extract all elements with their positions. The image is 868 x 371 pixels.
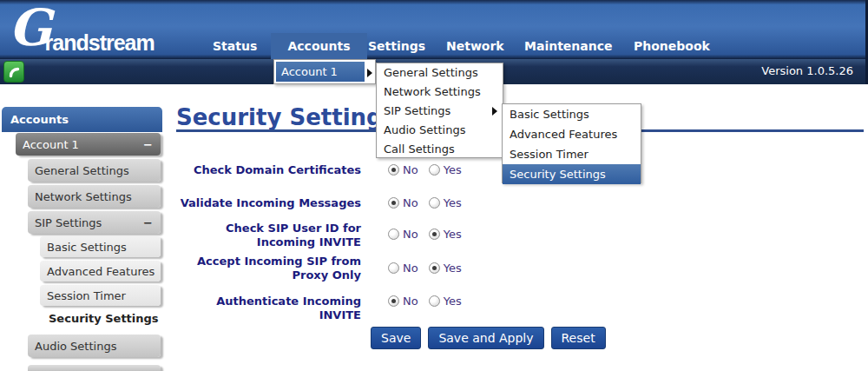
radio-label-no: No — [403, 295, 418, 308]
sidebar-item-label: Audio Settings — [35, 340, 116, 353]
version-label: Version 1.0.5.26 — [761, 64, 853, 77]
page-title: Security Settings — [176, 104, 396, 130]
field-label-check-domain-certificates: Check Domain Certificates — [176, 163, 361, 177]
nav-status[interactable]: Status — [213, 39, 257, 53]
radio-group-authenticate-incoming-invite: No Yes — [388, 295, 462, 308]
sidebar-item-account-1[interactable]: Account 1 − — [16, 133, 161, 156]
sidebar-header-accounts[interactable]: Accounts — [2, 107, 162, 132]
reset-button[interactable]: Reset — [551, 327, 606, 349]
menu-item-basic-settings[interactable]: Basic Settings — [503, 104, 641, 124]
logo-text: randstream — [45, 30, 155, 55]
sidebar-item-security-settings-active[interactable]: Security Settings — [49, 312, 159, 325]
submenu-arrow-icon — [492, 107, 497, 116]
sidebar-item-label: Advanced Features — [47, 265, 155, 278]
radio-label-yes: Yes — [444, 228, 462, 241]
radio-yes[interactable] — [429, 229, 440, 240]
radio-label-yes: Yes — [444, 163, 462, 176]
radio-label-no: No — [403, 163, 418, 176]
nav-maintenance[interactable]: Maintenance — [524, 39, 613, 53]
radio-no[interactable] — [388, 295, 399, 307]
radio-yes[interactable] — [429, 262, 440, 274]
radio-label-no: No — [403, 196, 418, 209]
sidebar-item-label: Account 1 — [23, 138, 79, 151]
nav-network[interactable]: Network — [446, 39, 504, 53]
sidebar-item-label: Basic Settings — [47, 241, 127, 254]
radio-no[interactable] — [388, 229, 399, 240]
sidebar-item-label: SIP Settings — [35, 216, 102, 229]
radio-group-validate-incoming-messages: No Yes — [388, 196, 462, 209]
submenu-arrow-icon — [367, 69, 372, 77]
phone-icon[interactable] — [3, 61, 24, 83]
sidebar-item-label: Session Timer — [47, 289, 126, 302]
sip-settings-submenu: Basic Settings Advanced Features Session… — [502, 103, 641, 183]
sidebar-item-partial[interactable] — [28, 365, 161, 371]
radio-label-yes: Yes — [444, 295, 462, 308]
grandstream-logo: Grandstream — [9, 2, 155, 56]
menu-item-audio-settings[interactable]: Audio Settings — [377, 121, 503, 140]
collapse-minus-icon[interactable]: − — [143, 138, 153, 151]
radio-no[interactable] — [388, 262, 399, 274]
radio-label-no: No — [403, 228, 418, 241]
account-1-submenu: General Settings Network Settings SIP Se… — [376, 63, 503, 158]
field-label-accept-incoming-sip: Accept Incoming SIP from Proxy Only — [176, 255, 361, 282]
nav-accounts-label: Accounts — [271, 33, 367, 59]
field-label-authenticate-incoming-invite: Authenticate Incoming INVITE — [176, 295, 361, 322]
menu-item-security-settings[interactable]: Security Settings — [503, 164, 641, 184]
radio-no[interactable] — [388, 197, 399, 209]
phone-handset-icon — [7, 65, 21, 79]
radio-label-no: No — [403, 262, 418, 275]
sidebar-item-session-timer[interactable]: Session Timer — [40, 285, 161, 306]
sidebar-item-advanced-features[interactable]: Advanced Features — [40, 261, 161, 282]
menu-item-session-timer[interactable]: Session Timer — [503, 144, 641, 164]
radio-yes[interactable] — [429, 295, 440, 307]
sidebar-item-general-settings[interactable]: General Settings — [28, 159, 161, 182]
menu-item-sip-settings[interactable]: SIP Settings — [377, 102, 503, 121]
nav-phonebook[interactable]: Phonebook — [634, 39, 710, 53]
menu-item-general-settings[interactable]: General Settings — [377, 63, 503, 83]
radio-label-yes: Yes — [444, 262, 462, 275]
radio-group-check-sip-user-id: No Yes — [388, 228, 462, 241]
top-header: Grandstream Status Accounts Settings Net… — [0, 0, 868, 59]
sidebar-item-audio-settings[interactable]: Audio Settings — [28, 335, 161, 357]
radio-yes[interactable] — [429, 197, 440, 209]
field-label-check-sip-user-id: Check SIP User ID for Incoming INVITE — [176, 222, 361, 249]
menu-item-advanced-features[interactable]: Advanced Features — [503, 124, 641, 144]
nav-accounts[interactable]: Accounts — [271, 33, 367, 59]
radio-group-accept-incoming-sip: No Yes — [388, 262, 462, 275]
field-label-validate-incoming-messages: Validate Incoming Messages — [176, 196, 361, 210]
menu-item-call-settings[interactable]: Call Settings — [377, 140, 503, 159]
button-row: Save Save and Apply Reset — [371, 327, 606, 349]
collapse-minus-icon[interactable]: − — [143, 216, 153, 229]
menu-item-account-1[interactable]: Account 1 — [276, 62, 365, 82]
sidebar-item-label: Network Settings — [35, 190, 132, 203]
save-button[interactable]: Save — [371, 327, 421, 349]
radio-label-yes: Yes — [444, 196, 462, 209]
accounts-dropdown-menu: Account 1 — [273, 59, 376, 84]
sidebar-item-sip-settings[interactable]: SIP Settings − — [28, 211, 161, 234]
radio-group-check-domain-certificates: No Yes — [388, 163, 462, 176]
menu-item-network-settings[interactable]: Network Settings — [377, 83, 503, 102]
sidebar-item-network-settings[interactable]: Network Settings — [28, 185, 161, 208]
sidebar-item-label: General Settings — [35, 164, 129, 177]
nav-settings[interactable]: Settings — [368, 39, 425, 53]
radio-yes[interactable] — [429, 164, 440, 176]
save-and-apply-button[interactable]: Save and Apply — [428, 327, 543, 349]
radio-no[interactable] — [388, 164, 399, 176]
sidebar-item-basic-settings[interactable]: Basic Settings — [40, 236, 161, 257]
